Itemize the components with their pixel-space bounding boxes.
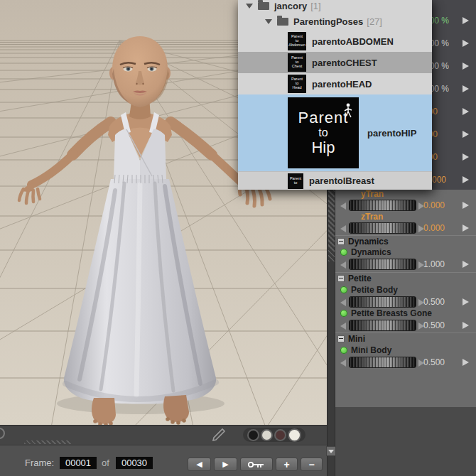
slider-decrement-icon[interactable] <box>340 359 346 367</box>
param-label-ztran[interactable]: zTran <box>361 212 383 222</box>
param-enabled-dot[interactable] <box>340 347 347 354</box>
person-icon <box>343 103 353 119</box>
item-label[interactable]: parentoCHEST <box>312 58 377 68</box>
param-label-ytran[interactable]: yTran <box>361 189 384 199</box>
item-label[interactable]: parentoABDOMEN <box>312 36 394 47</box>
param-value[interactable]: 0.000 <box>423 223 445 233</box>
color-swatch-white[interactable] <box>289 430 300 440</box>
slider-row-mini-body: 0.500 <box>335 357 476 369</box>
param-menu-arrow-icon[interactable] <box>463 359 469 366</box>
slider-row-ztran: 0.000 <box>335 222 476 235</box>
param-menu-arrow-icon[interactable] <box>463 225 469 232</box>
param-value[interactable]: 1.000 <box>423 259 445 269</box>
pose-thumbnail: Parent to Head <box>288 75 306 93</box>
param-menu-arrow-icon[interactable] <box>463 202 469 209</box>
param-menu-arrow-icon[interactable] <box>463 153 469 161</box>
color-swatch-gray[interactable] <box>262 431 271 440</box>
thumb-text: Abdomen <box>288 43 305 48</box>
param-menu-arrow-icon[interactable] <box>463 176 469 183</box>
frame-total-field[interactable]: 00030 <box>116 457 153 469</box>
slider-track[interactable] <box>349 222 416 234</box>
param-menu-arrow-icon[interactable] <box>463 261 469 268</box>
viewport-corner-control[interactable] <box>0 428 5 439</box>
param-label-petite-body[interactable]: Petite Body <box>351 285 398 295</box>
section-header-mini[interactable]: Mini <box>335 332 476 344</box>
item-label[interactable]: parentolBreast <box>309 175 374 186</box>
param-enabled-dot[interactable] <box>340 286 347 293</box>
list-item-parentochest[interactable]: Parent to Chest parentoCHEST <box>238 52 432 73</box>
remove-keyframe-button[interactable]: − <box>301 458 323 471</box>
color-swatch-maroon[interactable] <box>276 431 285 440</box>
folder-icon <box>277 18 288 26</box>
next-frame-button[interactable]: ▶ <box>214 458 237 471</box>
section-title: Dynamics <box>348 237 389 247</box>
collapse-box-icon[interactable] <box>337 238 345 245</box>
param-value[interactable]: 0.000 <box>423 200 445 210</box>
disclosure-triangle-icon[interactable] <box>265 19 272 24</box>
pencil-icon[interactable] <box>211 428 227 445</box>
slider-decrement-icon[interactable] <box>340 261 346 269</box>
app-window: Frame: 00001 of 00030 ◀ ▶ + − 100 % 100 … <box>0 0 476 476</box>
param-enabled-dot[interactable] <box>340 249 347 256</box>
param-menu-arrow-icon[interactable] <box>463 131 469 138</box>
pose-thumbnail: Parent to Abdomen <box>288 32 306 50</box>
disclosure-triangle-icon[interactable] <box>246 4 253 9</box>
pose-thumbnail: Parent to Chest <box>288 53 306 72</box>
slider-row-petite-body: 0.500 <box>335 296 476 309</box>
thumb-text: to <box>294 181 298 185</box>
slider-track[interactable] <box>349 259 416 270</box>
slider-decrement-icon[interactable] <box>340 225 346 232</box>
slider-decrement-icon[interactable] <box>340 202 346 210</box>
add-keyframe-button[interactable]: + <box>276 458 298 471</box>
section-header-petite[interactable]: Petite <box>335 272 476 283</box>
param-label-petite-breasts-gone[interactable]: Petite Breasts Gone <box>351 308 432 318</box>
slider-decrement-icon[interactable] <box>340 323 346 330</box>
param-menu-arrow-icon[interactable] <box>463 63 469 70</box>
param-menu-arrow-icon[interactable] <box>463 40 469 47</box>
folder-name[interactable]: jancory <box>274 1 307 11</box>
list-item-parentohead[interactable]: Parent to Head parentoHEAD <box>238 73 432 94</box>
param-menu-arrow-icon[interactable] <box>463 322 469 329</box>
param-label-dynamics[interactable]: Dynamics <box>351 247 391 257</box>
folder-row-parentingposes[interactable]: ParentingPoses [27] <box>238 12 432 31</box>
slider-decrement-icon[interactable] <box>340 299 346 306</box>
thumb-text: Hip <box>311 139 335 156</box>
slider-track[interactable] <box>349 200 416 211</box>
previous-frame-button[interactable]: ◀ <box>188 458 211 471</box>
color-swatch-black[interactable] <box>249 431 258 440</box>
frame-label: Frame: <box>25 458 54 468</box>
param-menu-arrow-icon[interactable] <box>463 17 469 24</box>
slider-track[interactable] <box>349 296 416 308</box>
list-item-parentoabdomen[interactable]: Parent to Abdomen parentoABDOMEN <box>238 31 432 52</box>
param-menu-arrow-icon[interactable] <box>463 298 469 305</box>
slider-track[interactable] <box>349 357 416 368</box>
slider-track[interactable] <box>349 320 416 331</box>
param-value[interactable]: 0.500 <box>423 320 445 330</box>
scrollbar-thumb[interactable] <box>328 190 335 261</box>
list-item-parentohip[interactable]: Parent to Hip parentoHIP <box>238 94 432 171</box>
param-value[interactable]: 0.500 <box>423 357 445 367</box>
param-menu-arrow-icon[interactable] <box>463 108 469 115</box>
folder-count: [27] <box>367 16 382 27</box>
param-menu-arrow-icon[interactable] <box>463 85 469 92</box>
param-label-mini-body[interactable]: Mini Body <box>351 345 391 355</box>
thumb-text: to <box>318 126 328 139</box>
item-label[interactable]: parentoHEAD <box>312 79 372 90</box>
param-enabled-dot[interactable] <box>340 310 347 317</box>
chevron-down-icon <box>328 450 334 453</box>
item-label[interactable]: parentoHIP <box>367 128 416 139</box>
content-list-popup: jancory [1] ParentingPoses [27] Parent t… <box>238 0 432 190</box>
frame-current-field[interactable]: 00001 <box>60 457 97 469</box>
section-header-dynamics[interactable]: Dynamics <box>335 235 476 247</box>
timeline-bar: Frame: 00001 of 00030 ◀ ▶ + − <box>0 445 327 476</box>
param-value[interactable]: 0.500 <box>423 297 445 307</box>
horizontal-scroll-grip[interactable] <box>24 440 71 444</box>
collapse-box-icon[interactable] <box>337 335 345 342</box>
background-color-selector[interactable] <box>243 428 305 442</box>
collapse-box-icon[interactable] <box>337 275 345 282</box>
scrollbar-down-button[interactable] <box>326 446 336 456</box>
list-item-parentolbreast[interactable]: Parent to parentolBreast <box>238 171 432 190</box>
keyframe-button[interactable] <box>240 458 273 471</box>
folder-name[interactable]: ParentingPoses <box>293 16 363 27</box>
folder-row-jancory[interactable]: jancory [1] <box>238 0 432 12</box>
